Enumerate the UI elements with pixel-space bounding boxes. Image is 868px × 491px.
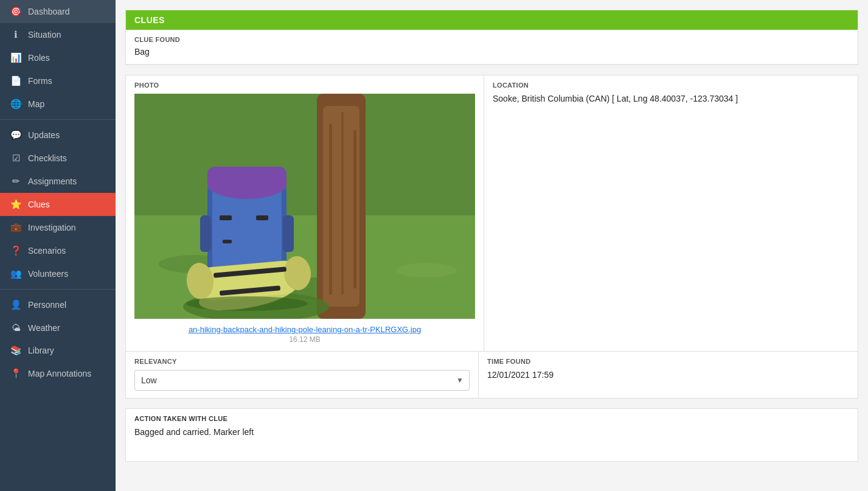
- sidebar-label-situation: Situation: [28, 30, 61, 40]
- relevancy-time-row: RELEVANCY Low Medium High ▼ TIME FOUND 1…: [126, 351, 858, 398]
- sidebar-item-library[interactable]: 📚 Library: [0, 339, 116, 362]
- svg-rect-18: [200, 215, 211, 252]
- forms-icon: 📄: [10, 75, 22, 86]
- location-value: Sooke, British Columbia (CAN) [ Lat, Lng…: [493, 94, 849, 103]
- sidebar-item-updates[interactable]: 💬 Updates: [0, 124, 116, 147]
- personnel-icon: 👤: [10, 299, 22, 310]
- photo-location-card: PHOTO: [125, 75, 858, 399]
- relevancy-select[interactable]: Low Medium High: [134, 370, 470, 391]
- assignments-icon: ✏: [10, 176, 22, 187]
- library-icon: 📚: [10, 345, 22, 356]
- sidebar-item-investigation[interactable]: 💼 Investigation: [0, 216, 116, 239]
- relevancy-select-wrapper: Low Medium High ▼: [134, 370, 470, 391]
- updates-icon: 💬: [10, 130, 22, 141]
- photo-filename-link[interactable]: an-hiking-backpack-and-hiking-pole-leani…: [134, 325, 475, 334]
- sidebar-label-clues: Clues: [28, 200, 50, 209]
- sidebar-label-checklists: Checklists: [28, 153, 67, 163]
- sidebar: 🎯 Dashboard ℹ Situation 📊 Roles 📄 Forms …: [0, 0, 116, 491]
- photo-size: 16.12 MB: [134, 335, 475, 344]
- scenarios-icon: ❓: [10, 245, 22, 256]
- location-column: LOCATION Sooke, British Columbia (CAN) […: [484, 75, 858, 351]
- checklists-icon: ☑: [10, 153, 22, 164]
- time-found-column: TIME FOUND 12/01/2021 17:59: [479, 352, 858, 398]
- sidebar-item-weather[interactable]: 🌤 Weather: [0, 316, 116, 339]
- dashboard-icon: 🎯: [10, 6, 22, 17]
- sidebar-item-dashboard[interactable]: 🎯 Dashboard: [0, 0, 116, 23]
- clues-card: CLUES CLUE FOUND Bag: [125, 10, 858, 65]
- svg-rect-15: [220, 215, 232, 220]
- sidebar-item-checklists[interactable]: ☑ Checklists: [0, 147, 116, 170]
- svg-rect-7: [329, 124, 332, 294]
- sidebar-divider-2: [0, 289, 116, 290]
- investigation-icon: 💼: [10, 222, 22, 233]
- relevancy-label: RELEVANCY: [134, 358, 470, 365]
- action-label: ACTION TAKEN WITH CLUE: [126, 409, 858, 425]
- weather-icon: 🌤: [10, 322, 22, 333]
- sidebar-item-forms[interactable]: 📄 Forms: [0, 69, 116, 92]
- sidebar-item-map-annotations[interactable]: 📍 Map Annotations: [0, 362, 116, 385]
- roles-icon: 📊: [10, 52, 22, 63]
- sidebar-item-roles[interactable]: 📊 Roles: [0, 46, 116, 69]
- photo-label: PHOTO: [134, 82, 475, 89]
- sidebar-divider-1: [0, 119, 116, 120]
- volunteers-icon: 👥: [10, 268, 22, 279]
- clue-found-label: CLUE FOUND: [126, 30, 858, 46]
- svg-rect-16: [256, 215, 268, 220]
- map-icon: 🌐: [10, 99, 22, 110]
- time-found-value: 12/01/2021 17:59: [487, 370, 849, 380]
- clue-found-value: Bag: [126, 46, 858, 64]
- svg-point-26: [186, 296, 308, 311]
- relevancy-column: RELEVANCY Low Medium High ▼: [126, 352, 479, 398]
- clues-header: CLUES: [126, 10, 858, 30]
- sidebar-label-weather: Weather: [28, 323, 60, 333]
- svg-point-4: [396, 263, 457, 277]
- clue-found-section: CLUE FOUND Bag: [126, 30, 858, 64]
- sidebar-label-library: Library: [28, 346, 54, 355]
- sidebar-item-assignments[interactable]: ✏ Assignments: [0, 170, 116, 193]
- sidebar-item-personnel[interactable]: 👤 Personnel: [0, 293, 116, 316]
- situation-icon: ℹ: [10, 29, 22, 40]
- sidebar-label-volunteers: Volunteers: [28, 269, 68, 279]
- photo-container: [134, 94, 475, 321]
- sidebar-item-map[interactable]: 🌐 Map: [0, 92, 116, 116]
- sidebar-item-situation[interactable]: ℹ Situation: [0, 23, 116, 46]
- photo-column: PHOTO: [126, 75, 484, 351]
- location-label: LOCATION: [493, 82, 849, 89]
- sidebar-label-personnel: Personnel: [28, 300, 66, 310]
- sidebar-label-dashboard: Dashboard: [28, 7, 70, 16]
- map-annotations-icon: 📍: [10, 368, 22, 379]
- svg-rect-17: [223, 240, 232, 243]
- sidebar-label-scenarios: Scenarios: [28, 246, 66, 256]
- sidebar-label-roles: Roles: [28, 53, 50, 63]
- sidebar-label-forms: Forms: [28, 76, 52, 86]
- sidebar-item-volunteers[interactable]: 👥 Volunteers: [0, 262, 116, 285]
- sidebar-label-investigation: Investigation: [28, 223, 76, 232]
- svg-rect-19: [283, 215, 294, 252]
- sidebar-label-assignments: Assignments: [28, 176, 77, 186]
- action-card: ACTION TAKEN WITH CLUE Bagged and carrie…: [125, 408, 858, 462]
- clues-icon: ⭐: [10, 199, 22, 210]
- svg-rect-9: [353, 130, 356, 288]
- sidebar-label-map: Map: [28, 99, 44, 109]
- main-content: CLUES CLUE FOUND Bag PHOTO: [116, 0, 868, 491]
- svg-rect-8: [341, 112, 344, 294]
- photo-location-columns: PHOTO: [126, 75, 858, 351]
- sidebar-item-clues[interactable]: ⭐ Clues: [0, 193, 116, 216]
- sidebar-item-scenarios[interactable]: ❓ Scenarios: [0, 239, 116, 262]
- sidebar-label-map-annotations: Map Annotations: [28, 369, 91, 378]
- time-found-label: TIME FOUND: [487, 358, 849, 365]
- sidebar-label-updates: Updates: [28, 130, 60, 140]
- photo-svg: [134, 94, 475, 319]
- action-value: Bagged and carried. Marker left: [126, 425, 858, 461]
- svg-rect-14: [207, 167, 286, 191]
